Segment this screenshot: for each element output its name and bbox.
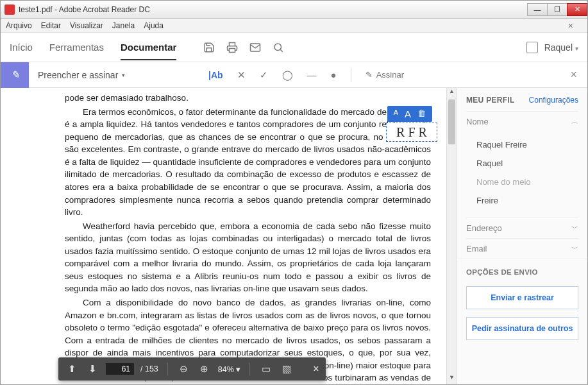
page-down-icon[interactable]: ⬇ <box>85 362 99 376</box>
menu-arquivo[interactable]: Arquivo <box>6 21 32 30</box>
send-track-button[interactable]: Enviar e rastrear <box>466 286 578 309</box>
name-middle-placeholder[interactable]: Nome do meio <box>474 173 578 191</box>
section-name[interactable]: Nome ︿ <box>466 111 578 132</box>
svg-rect-0 <box>230 48 235 52</box>
maximize-button[interactable]: ☐ <box>547 3 567 16</box>
window-title: teste1.pdf - Adobe Acrobat Reader DC <box>19 5 528 14</box>
cross-tool[interactable]: ✕ <box>237 69 246 81</box>
fill-sign-toolbar: ✎ Preencher e assinar ▾ |Ab ✕ ✓ ◯ — ● ✎ … <box>1 62 587 88</box>
size-up-icon[interactable]: A <box>402 108 414 119</box>
top-toolbar: Início Ferramentas Documentar Raquel▾ <box>1 33 587 62</box>
scroll-thumb[interactable] <box>448 99 455 144</box>
app-icon <box>4 4 15 15</box>
section-address[interactable]: Endereço ﹀ <box>466 218 578 238</box>
svg-line-3 <box>281 49 283 51</box>
zoom-out-icon[interactable]: ⊖ <box>177 362 191 376</box>
request-signature-button[interactable]: Pedir assinatura de outros <box>466 317 578 340</box>
zoom-in-icon[interactable]: ⊕ <box>197 362 212 376</box>
menu-ajuda[interactable]: Ajuda <box>144 21 164 30</box>
close-window-button[interactable]: ✕ <box>567 3 587 16</box>
nav-ferramentas[interactable]: Ferramentas <box>49 42 104 53</box>
page-total: / 153 <box>140 364 158 373</box>
line-tool[interactable]: — <box>307 69 317 80</box>
sign-button[interactable]: ✎ Assinar <box>365 70 404 80</box>
page-up-icon[interactable]: ⬆ <box>65 362 79 376</box>
delete-signature-icon[interactable]: 🗑 <box>415 108 428 119</box>
fill-sign-dropdown[interactable]: Preencher e assinar ▾ <box>38 70 125 80</box>
close-toolbar-icon[interactable]: × <box>313 363 319 375</box>
nav-documentar[interactable]: Documentar <box>121 42 177 60</box>
document-view[interactable]: pode ser demasiado trabalhoso. Era termo… <box>1 88 457 384</box>
profile-title: MEU PERFIL <box>466 96 515 105</box>
minimize-button[interactable]: — <box>527 3 548 16</box>
config-link[interactable]: Configurações <box>529 96 578 105</box>
menubar: Arquivo Editar Visualizar Janela Ajuda × <box>1 19 587 33</box>
separator <box>351 68 351 82</box>
name-full[interactable]: Raquel Freire <box>474 135 578 154</box>
nav-inicio[interactable]: Início <box>10 42 33 53</box>
fit-page-icon[interactable]: ▧ <box>280 362 294 376</box>
check-tool[interactable]: ✓ <box>260 69 268 81</box>
window-titlebar: teste1.pdf - Adobe Acrobat Reader DC — ☐… <box>1 1 587 19</box>
svg-point-2 <box>274 44 281 51</box>
send-options-title: OPÇÕES DE ENVIO <box>457 259 587 282</box>
circle-tool[interactable]: ◯ <box>282 69 293 81</box>
signature-annotation[interactable]: R F R <box>386 123 437 142</box>
print-icon[interactable] <box>225 40 239 55</box>
add-text-tool[interactable]: |Ab <box>208 70 223 80</box>
signature-mini-toolbar: A A 🗑 <box>387 106 432 122</box>
chevron-up-icon: ︿ <box>571 117 578 126</box>
menu-janela[interactable]: Janela <box>112 21 135 30</box>
zoom-level[interactable]: 84% ▾ <box>218 364 241 374</box>
page-number-input[interactable] <box>106 363 134 375</box>
menu-editar[interactable]: Editar <box>41 21 61 30</box>
mobile-icon[interactable] <box>526 42 538 53</box>
name-first[interactable]: Raquel <box>474 154 578 173</box>
search-icon[interactable] <box>271 40 285 55</box>
chevron-down-icon: ▾ <box>122 72 125 78</box>
page-toolbar: ⬆ ⬇ / 153 ⊖ ⊕ 84% ▾ ▭ ▧ × <box>58 357 326 381</box>
email-icon[interactable] <box>248 40 262 55</box>
chevron-down-icon: ﹀ <box>571 223 578 233</box>
vertical-scrollbar[interactable]: ▲ ▼ <box>446 88 457 384</box>
chevron-down-icon: ﹀ <box>571 244 578 253</box>
close-fill-sign-button[interactable]: × <box>570 68 577 81</box>
name-last[interactable]: Freire <box>474 191 578 210</box>
signature-icon: ✎ <box>365 70 373 80</box>
section-email[interactable]: Email ﹀ <box>466 238 578 259</box>
dot-tool[interactable]: ● <box>331 69 337 80</box>
fill-sign-logo-icon: ✎ <box>1 62 29 88</box>
right-panel: MEU PERFIL Configurações Nome ︿ Raquel F… <box>457 88 587 384</box>
chevron-down-icon: ▾ <box>575 45 578 52</box>
size-down-icon[interactable]: A <box>391 108 401 119</box>
save-icon[interactable] <box>202 40 216 55</box>
scroll-up-icon[interactable]: ▲ <box>447 88 457 98</box>
scroll-down-icon[interactable]: ▼ <box>447 374 457 384</box>
user-menu[interactable]: Raquel▾ <box>544 42 578 53</box>
menubar-close-icon[interactable]: × <box>568 21 573 31</box>
fit-width-icon[interactable]: ▭ <box>259 362 273 376</box>
menu-visualizar[interactable]: Visualizar <box>70 21 103 30</box>
